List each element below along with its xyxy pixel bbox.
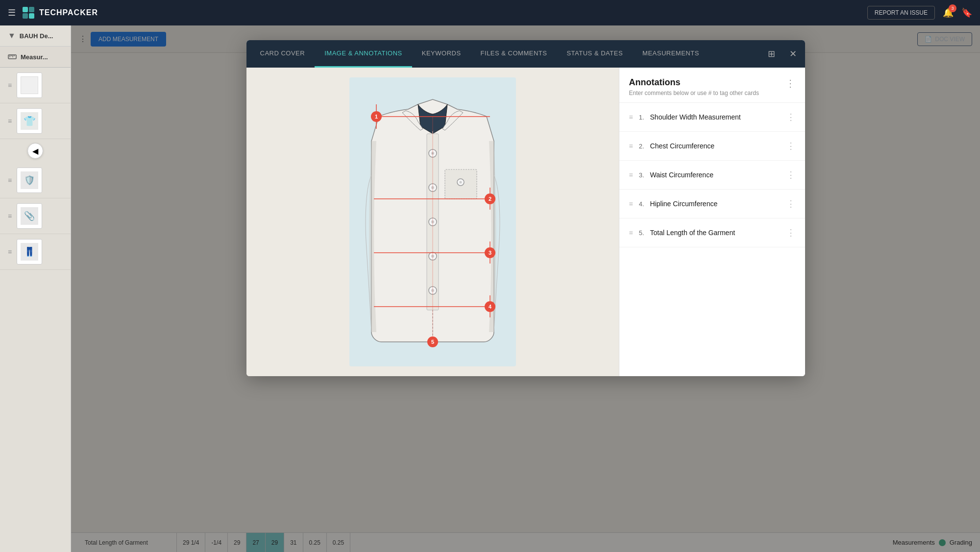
sidebar-header: ▼ BAUH De...	[0, 25, 71, 47]
modal-body: 1 2	[246, 68, 805, 376]
card-thumb-3: 🛡️	[17, 168, 42, 193]
logo-area: TECHPACKER	[22, 6, 98, 20]
notification-badge: 3	[949, 4, 956, 12]
modal-tabs: CARD COVER IMAGE & ANNOTATIONS KEYWORDS …	[246, 40, 805, 68]
svg-text:3: 3	[488, 250, 491, 256]
close-modal-button[interactable]: ✕	[785, 46, 801, 62]
annotation-item-3: ≡ 3. Waist Circumference ⋮	[619, 161, 805, 190]
drag-handle-icon-3: ≡	[8, 176, 12, 184]
tab-status-dates[interactable]: STATUS & DATES	[557, 40, 633, 68]
ann-drag-handle-1: ≡	[629, 113, 633, 121]
annotation-item-5: ≡ 5. Total Length of the Garment ⋮	[619, 218, 805, 247]
ann-more-button-2[interactable]: ⋮	[786, 141, 795, 151]
sidebar-item-5[interactable]: ≡ 👖	[0, 234, 71, 270]
ann-number-1: 1.	[639, 114, 644, 121]
sidebar-section-header: Measur...	[0, 47, 71, 68]
sidebar-section-title: Measur...	[21, 53, 48, 61]
ann-name-4: Hipline Circumference	[650, 200, 781, 208]
drag-handle-icon-2: ≡	[8, 117, 12, 125]
garment-wrapper: 1 2	[349, 77, 516, 366]
ann-more-button-5[interactable]: ⋮	[786, 227, 795, 238]
collapse-sidebar-button[interactable]: ◀	[27, 143, 43, 159]
annotation-item-2: ≡ 2. Chest Circumference ⋮	[619, 132, 805, 161]
report-issue-button[interactable]: REPORT AN ISSUE	[867, 6, 935, 20]
sidebar-item-4[interactable]: ≡ 📎	[0, 198, 71, 234]
ann-number-3: 3.	[639, 171, 644, 179]
svg-rect-4	[8, 55, 16, 59]
sidebar-item-2[interactable]: ≡ 👕	[0, 103, 71, 139]
ann-drag-handle-2: ≡	[629, 142, 633, 150]
annotations-header: Annotations Enter comments below or use …	[619, 68, 805, 103]
ann-name-5: Total Length of the Garment	[650, 229, 781, 237]
svg-text:2: 2	[488, 196, 491, 202]
ann-more-button-4[interactable]: ⋮	[786, 198, 795, 209]
ann-name-2: Chest Circumference	[650, 142, 781, 150]
sidebar-item-3[interactable]: ≡ 🛡️	[0, 163, 71, 198]
svg-rect-0	[23, 7, 28, 12]
ann-more-button-1[interactable]: ⋮	[786, 112, 795, 122]
svg-rect-2	[23, 13, 28, 19]
drag-handle-icon: ≡	[8, 81, 12, 89]
card-thumb-4: 📎	[17, 203, 42, 229]
logo-icon	[22, 6, 35, 20]
ann-drag-handle-5: ≡	[629, 229, 633, 237]
sidebar-expand-icon[interactable]: ▼	[8, 31, 16, 40]
annotations-title-area: Annotations Enter comments below or use …	[629, 77, 759, 96]
card-thumb-1	[17, 72, 42, 98]
annotations-more-button[interactable]: ⋮	[785, 77, 795, 89]
svg-rect-3	[29, 13, 34, 19]
ruler-icon	[8, 52, 17, 61]
app-title: TECHPACKER	[39, 8, 98, 17]
sidebar-item-1[interactable]: ≡	[0, 68, 71, 103]
bookmark-button[interactable]: 🔖	[961, 7, 972, 18]
ann-number-4: 4.	[639, 200, 644, 208]
tab-image-annotations[interactable]: IMAGE & ANNOTATIONS	[315, 40, 412, 68]
content-panel: ⋮ ADD MEASUREMENT 📄 DOC VIEW CARD COVER	[71, 25, 980, 552]
ann-name-1: Shoulder Width Measurement	[650, 113, 781, 121]
tab-keywords[interactable]: KEYWORDS	[412, 40, 471, 68]
svg-text:5: 5	[431, 339, 434, 345]
modal: CARD COVER IMAGE & ANNOTATIONS KEYWORDS …	[246, 40, 805, 376]
svg-text:4: 4	[488, 304, 491, 310]
garment-illustration: 1 2	[349, 77, 516, 366]
annotation-item-4: ≡ 4. Hipline Circumference ⋮	[619, 190, 805, 218]
drag-handle-icon-4: ≡	[8, 212, 12, 220]
ann-more-button-3[interactable]: ⋮	[786, 169, 795, 180]
svg-point-25	[459, 181, 462, 184]
annotations-subtitle: Enter comments below or use # to tag oth…	[629, 90, 759, 96]
tab-card-cover[interactable]: CARD COVER	[250, 40, 315, 68]
notifications-button[interactable]: 🔔 3	[943, 7, 954, 18]
ann-name-3: Waist Circumference	[650, 171, 781, 179]
svg-rect-1	[29, 7, 34, 12]
tab-measurements[interactable]: MEASUREMENTS	[633, 40, 709, 68]
annotations-title: Annotations	[629, 77, 759, 88]
svg-text:1: 1	[374, 114, 377, 120]
tab-files-comments[interactable]: FILES & COMMENTS	[471, 40, 557, 68]
drag-handle-icon-5: ≡	[8, 248, 12, 256]
main-area: ▼ BAUH De... Measur... ≡ ≡ 👕	[0, 25, 980, 552]
annotation-item-1: ≡ 1. Shoulder Width Measurement ⋮	[619, 103, 805, 132]
hamburger-icon[interactable]: ☰	[8, 7, 16, 18]
modal-actions: ⊞ ✕	[764, 46, 801, 62]
ann-number-5: 5.	[639, 229, 644, 237]
image-area: 1 2	[246, 68, 619, 376]
nav-right: REPORT AN ISSUE 🔔 3 🔖	[867, 6, 972, 20]
expand-modal-button[interactable]: ⊞	[764, 46, 780, 62]
top-nav: ☰ TECHPACKER REPORT AN ISSUE 🔔 3 🔖	[0, 0, 980, 25]
project-name: BAUH De...	[20, 32, 53, 40]
annotations-panel: Annotations Enter comments below or use …	[619, 68, 805, 376]
collapse-btn-area: ◀	[0, 139, 71, 163]
ann-drag-handle-4: ≡	[629, 200, 633, 208]
card-thumb-5: 👖	[17, 239, 42, 264]
modal-overlay: CARD COVER IMAGE & ANNOTATIONS KEYWORDS …	[71, 25, 980, 552]
sidebar: ▼ BAUH De... Measur... ≡ ≡ 👕	[0, 25, 71, 552]
ann-number-2: 2.	[639, 143, 644, 150]
card-thumb-2: 👕	[17, 108, 42, 134]
ann-drag-handle-3: ≡	[629, 171, 633, 179]
